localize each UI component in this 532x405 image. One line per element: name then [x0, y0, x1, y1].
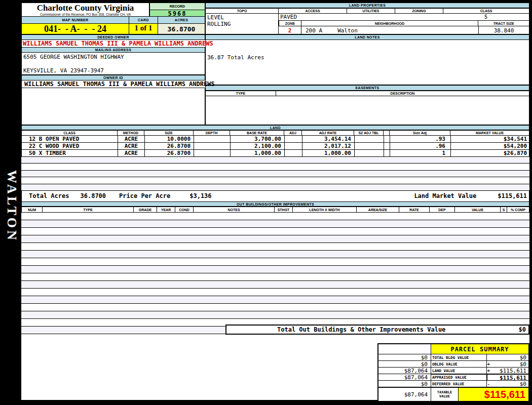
out-buildings-total-box: Total Out Buildings & Other Improvements…: [225, 325, 529, 335]
easement-description-label: DESCRIPTION: [276, 91, 529, 96]
empty-row: [21, 228, 529, 235]
zone-value: 2: [279, 26, 301, 34]
empty-row: [21, 266, 529, 273]
land-method: ACRE: [118, 143, 145, 149]
easements-header-row: TYPE DESCRIPTION: [205, 91, 529, 96]
acres-label: ACRES: [158, 17, 205, 24]
summary-blank-cell: [378, 344, 431, 354]
land-properties-title: LAND PROPERTIES: [205, 3, 529, 8]
summary-label: OBLDG VALUE: [431, 361, 487, 368]
out-buildings-header-row: NUM TYPE GRADE YEAR COND NOTES STHGT LEN…: [21, 207, 529, 213]
summary-op: +: [487, 368, 494, 374]
parcel-summary-section: PARCEL SUMMARY $0 TOTAL BLDG VALUE $0 $0…: [377, 343, 529, 402]
col-s: S: [501, 207, 507, 213]
parcel-record-page: WALTON LAND PROPERTIES TOPO ACCESS UTILI…: [0, 0, 532, 405]
out-buildings-total-value: $0: [519, 326, 526, 333]
record-label: RECORD: [149, 3, 205, 10]
map-number-value[interactable]: 041- - A- - - 24: [21, 24, 129, 34]
summary-row: $0 DEFERRED VALUE - $0: [378, 381, 528, 387]
access-value-row: PAVED 5: [279, 14, 529, 20]
county-title: Charlotte County Virginia: [22, 3, 149, 13]
parcel-summary-title: PARCEL SUMMARY: [431, 344, 528, 354]
empty-row: [21, 273, 529, 281]
summary-op: [487, 374, 494, 381]
prior-value: $0: [378, 381, 431, 387]
land-notes-title: LAND NOTES: [205, 34, 529, 40]
land-class: 50 X TIMBER: [22, 150, 118, 156]
col-class: CLASS: [443, 8, 529, 14]
col-land-size: SIZE: [144, 130, 194, 136]
col-value: VALUE: [455, 207, 501, 213]
col-dep: DEP: [430, 207, 455, 213]
owner-section: DEEDED OWNER WILLIAMS SAMUEL THOMAS III …: [21, 34, 205, 125]
col-land-sz-adj-tbl: SZ ADJ TBL: [354, 130, 384, 136]
spacer-cell: [384, 143, 390, 149]
card-value[interactable]: 1 of 1: [129, 24, 158, 34]
empty-row: [21, 213, 529, 220]
topo-rolling: ROLLING: [207, 21, 277, 27]
empty-row: [21, 171, 529, 177]
county-title-box: Charlotte County Virginia Commissioner o…: [21, 3, 149, 17]
land-table-section: LAND CLASS METHOD SIZE DEPTH BASE RATE A…: [21, 125, 529, 202]
col-pct-comp: % COMP: [507, 207, 529, 213]
neighborhood-code: 200 A: [301, 27, 322, 34]
empty-row: [21, 243, 529, 251]
col-zoning: ZONING: [395, 8, 443, 14]
mailing-address-label: MAILING ADDRESS: [21, 47, 205, 53]
land-class: 12 B OPEN PAVED: [22, 136, 118, 142]
col-grade: GRADE: [134, 207, 157, 213]
col-utilities: UTILITIES: [347, 8, 395, 14]
land-depth: [194, 143, 231, 149]
neighborhood-name: Walton: [322, 27, 358, 34]
deeded-owner-label: DEEDED OWNER: [21, 34, 205, 40]
land-market-value: $26,870: [451, 150, 529, 156]
empty-row: [21, 164, 529, 170]
tract-size-value: 38.840: [478, 26, 529, 34]
land-row-2: 22 C WOOD PAVED ACRE 26.8700 2,100.00 2,…: [21, 143, 529, 150]
land-row-1: 12 B OPEN PAVED ACRE 10.0000 3,700.00 3,…: [21, 136, 529, 143]
col-land-size-adj: Size Adj: [390, 130, 450, 136]
taxable-row: $87,064 TAXABLE VALUE $115,611: [378, 387, 528, 401]
summary-label: TOTAL BLDG VALUE: [431, 354, 487, 361]
land-adj: [285, 143, 302, 149]
empty-row: [21, 296, 529, 304]
col-land-adj: ADJ: [284, 130, 302, 136]
empty-row: [21, 251, 529, 258]
address-line-2: KEYSVILLE, VA 23947-3947: [23, 67, 205, 74]
land-adj-rate: 1,000.00: [302, 150, 355, 156]
prior-value: $87,064: [378, 368, 431, 374]
land-properties-header-row: TOPO ACCESS UTILITIES ZONING CLASS: [205, 8, 529, 14]
land-totals-row: Total Acres 36.8700 Price Per Acre $3,13…: [21, 191, 529, 202]
col-length-width: LENGTH X WIDTH: [293, 207, 357, 213]
access-value: PAVED: [279, 14, 297, 20]
col-year: YEAR: [157, 207, 175, 213]
land-size-adj: .96: [390, 143, 451, 149]
col-access: ACCESS: [279, 8, 347, 14]
land-method: ACRE: [118, 136, 145, 142]
land-adj: [285, 136, 302, 142]
land-market-value-total: $115,611: [498, 192, 527, 199]
summary-label: DEFERRED VALUE: [431, 381, 487, 387]
col-land-market-value: MARKET VALUE: [450, 130, 529, 136]
land-method: ACRE: [118, 150, 145, 156]
col-land-base-rate: BASE RATE: [230, 130, 284, 136]
col-cond: COND: [175, 207, 194, 213]
empty-row: [21, 304, 529, 311]
col-area-size: AREA/SIZE: [357, 207, 399, 213]
empty-row: [21, 311, 529, 319]
land-notes-box: 36.87 Total Acres: [205, 40, 529, 85]
easements-title: EASEMENTS: [205, 85, 529, 91]
summary-label: APPRAISED VALUE: [431, 374, 487, 381]
spacer-cell: [384, 150, 390, 156]
land-title: LAND: [21, 125, 529, 130]
summary-op: [487, 354, 494, 361]
total-acres-label: Total Acres: [29, 192, 69, 199]
land-market-value-label: Land Market Value: [414, 192, 476, 199]
summary-row: $87,064 LAND VALUE + $115,611: [378, 368, 528, 374]
card-label: CARD: [129, 17, 158, 24]
price-per-acre-label: Price Per Acre: [119, 192, 170, 199]
acres-value[interactable]: 36.8700: [158, 24, 205, 34]
zone-label: ZONE: [279, 20, 301, 26]
topo-level: LEVEL: [207, 14, 277, 21]
record-value[interactable]: 5968: [149, 10, 205, 17]
